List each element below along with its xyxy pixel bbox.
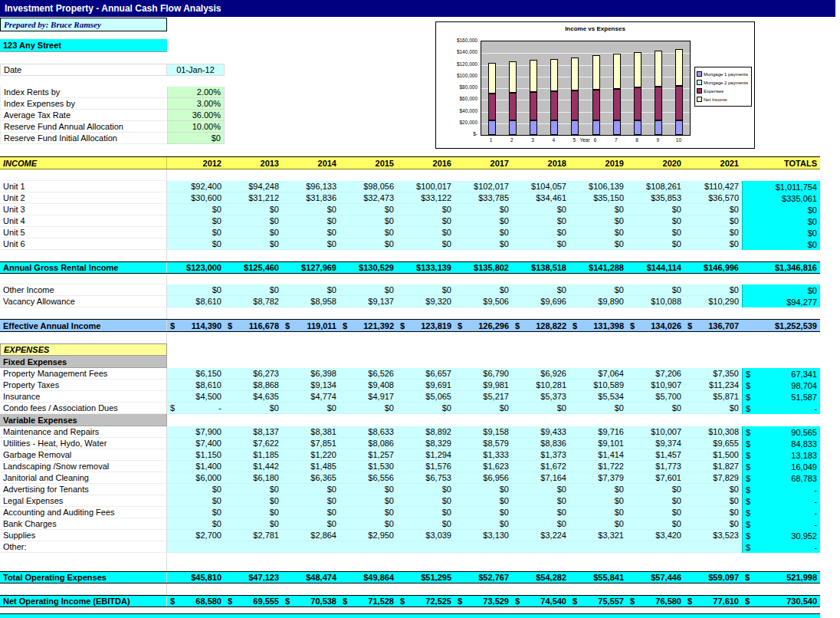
totals-cell[interactable]: $0 (742, 215, 820, 227)
sheet-cell[interactable]: $0 (512, 238, 569, 250)
sheet-cell[interactable]: $35,853 (627, 192, 684, 204)
sheet-cell[interactable]: $6,926 (512, 368, 569, 380)
sheet-cell[interactable]: $0 (512, 507, 569, 518)
sheet-cell[interactable]: $1,773 (627, 461, 684, 472)
sheet-cell[interactable]: $0 (282, 215, 340, 227)
sheet-cell[interactable]: $0 (454, 495, 512, 507)
sheet-cell[interactable]: $52,767 (454, 572, 512, 583)
sheet-cell[interactable]: $0 (397, 495, 454, 507)
date-label[interactable]: Date (0, 64, 167, 76)
sheet-cell[interactable]: $0 (627, 507, 684, 518)
sheet-cell[interactable]: $1,530 (340, 461, 397, 472)
sheet-cell[interactable]: $0 (225, 403, 282, 414)
sheet-cell[interactable]: $127,969 (282, 262, 340, 273)
sheet-cell[interactable]: $9,137 (340, 296, 397, 307)
sheet-cell[interactable]: $108,261 (627, 181, 684, 192)
sheet-cell[interactable]: $9,655 (684, 438, 742, 449)
sheet-cell[interactable]: $0 (397, 227, 454, 238)
sheet-cell[interactable]: $1,333 (454, 449, 512, 461)
sheet-cell[interactable] (454, 541, 512, 553)
sheet-cell[interactable]: $11,234 (684, 380, 742, 391)
row-label[interactable] (0, 307, 167, 319)
sheet-cell[interactable]: $74,540 (512, 596, 569, 606)
sheet-cell[interactable]: $0 (397, 215, 454, 227)
sheet-cell[interactable]: $0 (512, 227, 569, 238)
row-label[interactable]: Unit 5 (0, 227, 167, 238)
sheet-cell[interactable]: $1,722 (569, 461, 627, 472)
sheet-cell[interactable]: $0 (684, 507, 742, 518)
sheet-cell[interactable]: $9,696 (512, 296, 569, 307)
parameter-label[interactable]: Index Rents by (0, 87, 167, 98)
sheet-cell[interactable]: $135,802 (454, 262, 512, 273)
sheet-cell[interactable]: $1,373 (512, 449, 569, 461)
sheet-cell[interactable]: $0 (512, 403, 569, 414)
sheet-cell[interactable]: $0 (627, 238, 684, 250)
totals-cell[interactable]: $- (742, 495, 820, 507)
sheet-cell[interactable] (167, 541, 225, 553)
row-label[interactable]: Other Income (0, 284, 167, 296)
sheet-cell[interactable]: $47,123 (225, 572, 282, 583)
sheet-cell[interactable]: $77,610 (684, 596, 742, 606)
sheet-cell[interactable]: $10,308 (684, 426, 742, 438)
sheet-cell[interactable]: $0 (569, 507, 627, 518)
sheet-cell[interactable]: $7,350 (684, 368, 742, 380)
sheet-cell[interactable]: $7,206 (627, 368, 684, 380)
totals-cell[interactable]: $84,833 (742, 438, 820, 449)
parameter-label[interactable]: Reserve Fund Initial Allocation (0, 133, 167, 144)
sheet-cell[interactable]: $0 (397, 507, 454, 518)
totals-cell[interactable]: $- (742, 518, 820, 530)
sheet-cell[interactable]: $49,864 (340, 572, 397, 583)
sheet-cell[interactable]: $8,836 (512, 438, 569, 449)
sheet-cell[interactable]: $0 (340, 204, 397, 215)
sheet-cell[interactable]: $59,097 (684, 572, 742, 583)
totals-cell[interactable]: $51,587 (742, 391, 820, 403)
sheet-cell[interactable]: $0 (684, 403, 742, 414)
totals-cell[interactable]: $30,952 (742, 530, 820, 541)
year-header-cell[interactable]: 2012 (167, 157, 225, 169)
sheet-cell[interactable]: $100,017 (397, 181, 454, 192)
row-label[interactable]: Legal Expenses (0, 495, 167, 507)
totals-cell[interactable]: $0 (742, 238, 820, 250)
sheet-cell[interactable]: $7,622 (225, 438, 282, 449)
sheet-cell[interactable]: $0 (627, 227, 684, 238)
sheet-cell[interactable]: $0 (225, 284, 282, 296)
sheet-cell[interactable]: $123,000 (167, 262, 225, 273)
sheet-cell[interactable]: $9,134 (282, 380, 340, 391)
sheet-cell[interactable]: $69,555 (225, 596, 282, 606)
sheet-cell[interactable]: $0 (397, 484, 454, 495)
parameter-value-cell[interactable]: $0 (167, 133, 225, 144)
sheet-cell[interactable]: $10,088 (627, 296, 684, 307)
sheet-cell[interactable]: $0 (454, 227, 512, 238)
sheet-cell[interactable]: $128,822 (512, 320, 569, 331)
address-cell[interactable]: 123 Any Street (0, 39, 167, 52)
row-label[interactable]: Annual Gross Rental Income (0, 262, 167, 273)
sheet-cell[interactable]: $9,506 (454, 296, 512, 307)
sheet-cell[interactable]: $6,526 (340, 368, 397, 380)
sheet-cell[interactable]: $73,529 (454, 596, 512, 606)
sheet-cell[interactable]: $9,374 (627, 438, 684, 449)
sheet-cell[interactable]: $0 (167, 518, 225, 530)
sheet-cell[interactable]: $6,273 (225, 368, 282, 380)
sheet-cell[interactable]: $110,427 (684, 181, 742, 192)
sheet-cell[interactable]: $102,017 (454, 181, 512, 192)
sheet-cell[interactable]: $104,057 (512, 181, 569, 192)
sheet-cell[interactable] (282, 541, 340, 553)
sheet-cell[interactable]: $4,774 (282, 391, 340, 403)
sheet-cell[interactable]: $3,224 (512, 530, 569, 541)
row-label[interactable]: Property Taxes (0, 380, 167, 391)
sheet-cell[interactable]: $8,579 (454, 438, 512, 449)
sheet-cell[interactable]: $72,525 (397, 596, 454, 606)
sheet-cell[interactable]: $1,500 (684, 449, 742, 461)
sheet-cell[interactable]: $6,657 (397, 368, 454, 380)
sheet-cell[interactable]: $36,570 (684, 192, 742, 204)
row-label[interactable] (0, 169, 167, 181)
totals-cell[interactable]: $0 (742, 204, 820, 215)
row-label[interactable]: Total Operating Expenses (0, 572, 167, 583)
sheet-cell[interactable]: $3,039 (397, 530, 454, 541)
sheet-cell[interactable]: $1,623 (454, 461, 512, 472)
sheet-cell[interactable]: $2,700 (167, 530, 225, 541)
totals-cell[interactable]: $521,998 (742, 572, 820, 583)
year-header-cell[interactable]: 2018 (512, 157, 569, 169)
sheet-cell[interactable]: $30,600 (167, 192, 225, 204)
sheet-cell[interactable]: $0 (454, 507, 512, 518)
